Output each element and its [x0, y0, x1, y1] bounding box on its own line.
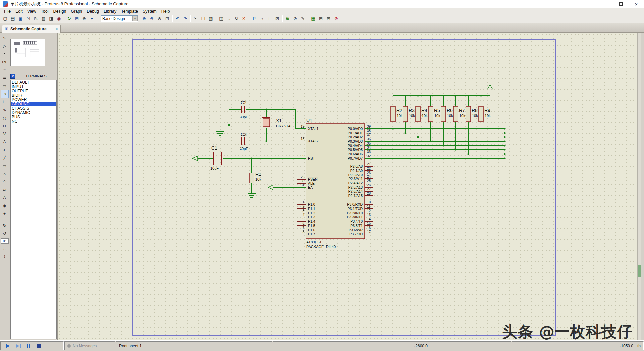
menu-file[interactable]: File: [2, 9, 13, 14]
ground-icon[interactable]: [248, 193, 256, 197]
design-scope-select[interactable]: Base Design ▼: [101, 15, 138, 22]
resistor-body[interactable]: [403, 106, 408, 122]
2d-marker-mode-button[interactable]: +: [1, 210, 9, 218]
search-and-tag-button[interactable]: ⊘: [291, 15, 299, 22]
voltage-probe-mode-button[interactable]: V: [1, 130, 9, 138]
generator-mode-button[interactable]: ⊓: [1, 122, 9, 130]
component-mode-button[interactable]: ▷: [1, 42, 9, 50]
scrollbar-thumb[interactable]: [638, 265, 641, 277]
maximize-button[interactable]: [613, 0, 629, 8]
menu-view[interactable]: View: [25, 9, 39, 14]
canvas-scrollbar[interactable]: [637, 33, 641, 340]
zoom-all-button[interactable]: ⊙: [156, 15, 163, 22]
graph-mode-button[interactable]: ∿: [1, 106, 9, 114]
2d-box-mode-button[interactable]: ▭: [1, 162, 9, 170]
wire-label-mode-button[interactable]: LBL: [1, 58, 9, 66]
import-section-button[interactable]: ⇲: [24, 15, 32, 22]
menu-system[interactable]: System: [140, 9, 159, 14]
tab-schematic-capture[interactable]: ⊞ Schematic Capture ×: [2, 25, 61, 33]
schematic-canvas[interactable]: R210kR310kR410kR510kR610kR710kR810kR910k…: [58, 33, 641, 340]
mirror-vertical-button[interactable]: ↕: [1, 252, 9, 260]
undo-button[interactable]: ↶: [174, 15, 181, 22]
virtual-instruments-mode-button[interactable]: ◐: [1, 146, 9, 154]
pick-devices-button[interactable]: P: [10, 74, 15, 79]
menu-debug[interactable]: Debug: [84, 9, 101, 14]
minimize-button[interactable]: [598, 0, 613, 8]
export-section-button[interactable]: ⇱: [32, 15, 40, 22]
osc-ground-wire[interactable]: [220, 125, 229, 131]
decompose-button[interactable]: ⊠: [273, 15, 281, 22]
reset-terminal-icon[interactable]: [192, 156, 198, 161]
menu-edit[interactable]: Edit: [13, 9, 25, 14]
2d-line-mode-button[interactable]: ╱: [1, 154, 9, 162]
redo-button[interactable]: ↷: [181, 15, 189, 22]
device-pins-mode-button[interactable]: ⊢: [1, 98, 9, 106]
selection-mode-button[interactable]: ↖: [1, 34, 9, 42]
2d-circle-mode-button[interactable]: ○: [1, 170, 9, 178]
resistor-body[interactable]: [479, 106, 483, 122]
chevron-down-icon[interactable]: ▼: [132, 16, 138, 21]
2d-arc-mode-button[interactable]: ◠: [1, 178, 9, 186]
packaging-tool-button[interactable]: ⌗: [266, 15, 273, 22]
subcircuit-mode-button[interactable]: ▭: [1, 82, 9, 90]
play-button[interactable]: [3, 342, 12, 350]
block-copy-button[interactable]: ◫: [217, 15, 225, 22]
2d-symbol-mode-button[interactable]: ◆: [1, 202, 9, 210]
current-probe-mode-button[interactable]: A: [1, 138, 9, 146]
save-design-button[interactable]: ▣: [17, 15, 24, 22]
terminal-item-nc[interactable]: NC: [11, 119, 56, 124]
zoom-out-button[interactable]: ⊖: [148, 15, 156, 22]
toggle-grid-button[interactable]: ⊞: [73, 15, 80, 22]
menu-help[interactable]: Help: [159, 9, 172, 14]
system-settings-button[interactable]: ◉: [55, 15, 63, 22]
wire-autorouter-button[interactable]: ≋: [284, 15, 291, 22]
terminals-mode-button[interactable]: ⇥: [1, 90, 9, 98]
block-delete-button[interactable]: ✕: [240, 15, 248, 22]
open-design-button[interactable]: ▤: [9, 15, 17, 22]
ground-icon[interactable]: [216, 131, 224, 135]
stop-button[interactable]: [34, 342, 43, 350]
ea-terminal-icon[interactable]: [268, 185, 273, 190]
c3-capacitor-plates[interactable]: [242, 137, 245, 145]
resistor-body[interactable]: [416, 106, 420, 122]
new-root-sheet-button[interactable]: ⊞: [317, 15, 325, 22]
buses-mode-button[interactable]: ≣: [1, 74, 9, 82]
menu-library[interactable]: Library: [101, 9, 119, 14]
tab-close-icon[interactable]: ×: [55, 26, 58, 32]
remove-current-sheet-button[interactable]: ⊟: [325, 15, 332, 22]
zoom-in-button[interactable]: ⊕: [140, 15, 148, 22]
overview-preview[interactable]: [10, 39, 45, 66]
menu-design[interactable]: Design: [51, 9, 69, 14]
exit-design-button[interactable]: ⊗: [332, 15, 340, 22]
2d-path-mode-button[interactable]: ▱: [1, 186, 9, 194]
menu-tool[interactable]: Tool: [39, 9, 51, 14]
close-button[interactable]: ×: [629, 0, 644, 8]
center-at-cursor-button[interactable]: +: [88, 15, 96, 22]
block-rotate-button[interactable]: ↻: [233, 15, 240, 22]
r1-resistor-body[interactable]: [249, 173, 254, 183]
resistor-body[interactable]: [441, 106, 446, 122]
mirror-horizontal-button[interactable]: ↔: [1, 244, 9, 252]
tape-recorder-mode-button[interactable]: ◎: [1, 114, 9, 122]
junction-dot-mode-button[interactable]: •: [1, 50, 9, 58]
rotate-anticlockwise-button[interactable]: ↺: [1, 230, 9, 238]
terminal-item-bus[interactable]: BUS: [11, 115, 56, 119]
power-rail-wire[interactable]: [393, 85, 490, 96]
pick-parts-button[interactable]: P: [250, 15, 258, 22]
make-device-button[interactable]: ⌂: [258, 15, 266, 22]
zoom-area-button[interactable]: ⊡: [163, 15, 171, 22]
2d-text-mode-button[interactable]: A: [1, 194, 9, 202]
toggle-false-origin-button[interactable]: ⊕: [80, 15, 88, 22]
resistor-body[interactable]: [428, 106, 433, 122]
design-explorer-button[interactable]: ▦: [309, 15, 317, 22]
copy-button[interactable]: ❏: [199, 15, 207, 22]
print-design-button[interactable]: ▥: [40, 15, 47, 22]
resistor-body[interactable]: [466, 106, 471, 122]
block-move-button[interactable]: ↔: [225, 15, 233, 22]
paste-button[interactable]: ▧: [207, 15, 215, 22]
menu-template[interactable]: Template: [119, 9, 140, 14]
step-button[interactable]: [14, 342, 22, 350]
cut-button[interactable]: ✂: [192, 15, 199, 22]
c1-capacitor-plates[interactable]: [214, 152, 221, 165]
crystal-body[interactable]: [263, 119, 270, 127]
